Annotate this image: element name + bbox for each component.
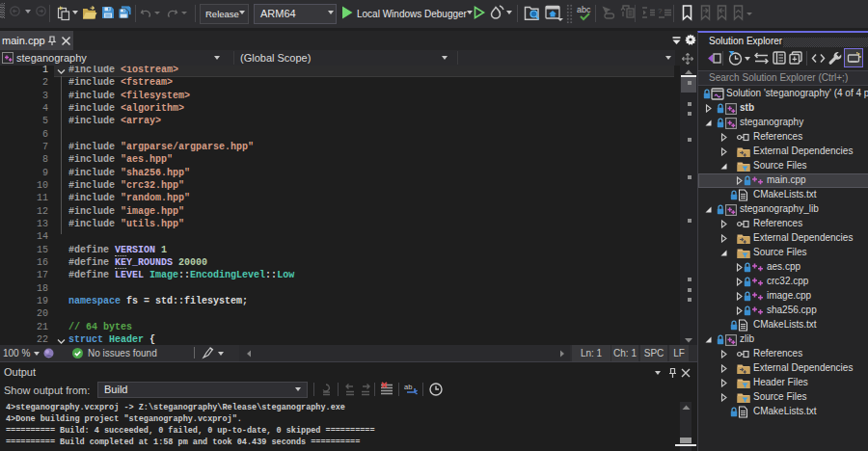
svg-text:ab: ab <box>404 383 412 391</box>
svg-text:abc: abc <box>577 5 591 14</box>
svg-text:?: ? <box>658 7 663 15</box>
